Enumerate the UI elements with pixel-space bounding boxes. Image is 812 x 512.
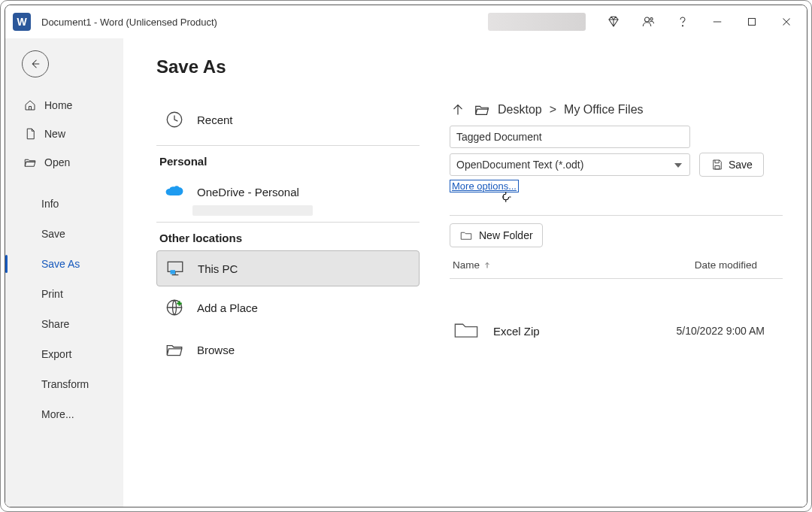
account-area [488,13,586,31]
sort-asc-icon [483,261,492,270]
section-other: Other locations [159,232,420,244]
location-this-pc-label: This PC [198,262,238,275]
nav-new[interactable]: New [5,120,123,148]
location-add-place-label: Add a Place [197,301,258,314]
nav-home[interactable]: Home [5,91,123,120]
cloud-icon [161,182,188,201]
nav-info[interactable]: Info [5,189,123,219]
location-add-place[interactable]: Add a Place [156,286,420,329]
new-folder-button[interactable]: New Folder [450,223,543,247]
location-onedrive-label: OneDrive - Personal [197,186,299,198]
page-title: Save As [156,56,783,77]
minimize-button[interactable] [700,5,735,38]
new-folder-icon [459,229,473,242]
filetype-select[interactable]: OpenDocument Text (*.odt) [450,153,690,176]
maximize-button[interactable] [735,5,769,38]
clock-icon [161,110,188,129]
up-arrow-icon[interactable] [450,101,466,118]
save-button[interactable]: Save [699,153,764,177]
section-personal: Personal [159,155,420,168]
nav-open[interactable]: Open [5,148,123,177]
diamond-icon[interactable] [596,5,631,38]
file-date: 5/10/2022 9:00 AM [676,325,780,337]
save-icon [710,158,724,171]
globe-plus-icon [161,298,188,317]
filetype-value: OpenDocument Text (*.odt) [456,159,583,171]
nav-save-as[interactable]: Save As [5,249,123,279]
back-button[interactable] [22,50,49,77]
breadcrumb-root[interactable]: Desktop [498,103,542,117]
file-row[interactable]: Excel Zip 5/10/2022 9:00 AM [450,318,783,344]
folder-icon [474,101,490,118]
nav-new-label: New [44,128,65,140]
help-icon[interactable] [665,5,700,38]
backstage-sidebar: Home New Open Info Save Save As Print Sh… [5,38,123,507]
monitor-icon [162,259,189,278]
svg-rect-3 [749,19,756,26]
close-button[interactable] [769,5,804,38]
filename-input[interactable] [450,126,690,148]
nav-home-label: Home [44,99,72,111]
nav-export[interactable]: Export [5,339,123,369]
folder-open-icon [161,340,188,359]
breadcrumb-sub[interactable]: My Office Files [564,103,644,117]
folder-item-icon [453,318,480,344]
word-app-icon: W [13,13,31,31]
save-button-label: Save [729,159,753,171]
cursor-icon [501,189,514,204]
location-browse[interactable]: Browse [156,329,420,371]
svg-point-0 [645,17,650,22]
account-icon[interactable] [631,5,665,38]
file-name: Excel Zip [493,325,540,338]
column-date[interactable]: Date modified [695,259,780,271]
nav-transform[interactable]: Transform [5,369,123,399]
location-browse-label: Browse [197,344,235,356]
nav-print[interactable]: Print [5,279,123,309]
location-onedrive[interactable]: OneDrive - Personal [156,174,420,210]
nav-save[interactable]: Save [5,219,123,249]
location-recent-label: Recent [197,114,233,126]
location-this-pc[interactable]: This PC [156,250,420,286]
new-folder-label: New Folder [479,229,533,241]
column-name[interactable]: Name [453,259,492,271]
svg-point-2 [682,26,683,26]
svg-point-1 [650,18,653,20]
location-recent[interactable]: Recent [156,98,420,141]
nav-more[interactable]: More... [5,399,123,429]
breadcrumb[interactable]: Desktop > My Office Files [450,98,783,121]
onedrive-account-redacted [192,205,313,216]
nav-share[interactable]: Share [5,309,123,339]
nav-open-label: Open [44,156,70,168]
window-title: Document1 - Word (Unlicensed Product) [41,17,217,28]
svg-rect-6 [171,270,176,274]
